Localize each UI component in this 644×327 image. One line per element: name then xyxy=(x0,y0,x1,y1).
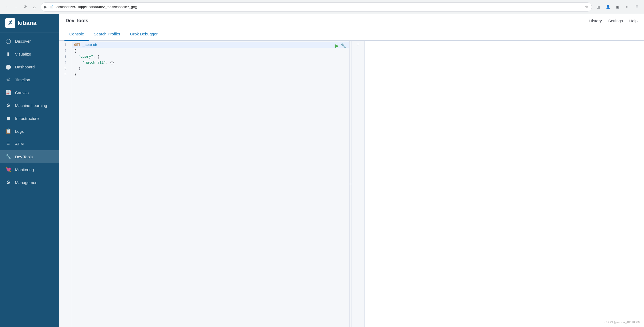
sidebar-item-label: Visualize xyxy=(15,52,31,56)
sidebar-item-label: Timelion xyxy=(15,78,30,82)
line-number-2: 2 xyxy=(59,48,72,54)
browser-chrome: ← → ⟳ ⌂ ▶ 📄 localhost:5601/app/kibana#/d… xyxy=(0,0,644,14)
output-panel: 1 xyxy=(352,41,644,327)
sidebar-item-management[interactable]: ⚙ Management xyxy=(0,176,59,189)
top-bar-left: Dev Tools xyxy=(66,18,88,24)
more-button[interactable]: ›› xyxy=(624,3,631,11)
editor-code-area[interactable]: ▶ 🔧 GET _search { "query" : { xyxy=(72,41,349,327)
sidebar: ✗ kibana ◯ Discover ▮ Visualize ⬤ Dashbo… xyxy=(0,14,59,327)
kibana-k-letter: ✗ xyxy=(8,20,13,26)
output-content xyxy=(365,41,644,327)
kibana-icon: ✗ xyxy=(5,18,15,28)
sidebar-item-monitoring[interactable]: 💘 Monitoring xyxy=(0,163,59,176)
key-match-all: "match_all" xyxy=(83,61,106,65)
sidebar-item-label: Monitoring xyxy=(15,167,34,172)
sidebar-item-label: Dev Tools xyxy=(15,155,33,159)
monitoring-icon: 💘 xyxy=(5,167,11,172)
sidebar-item-timelion[interactable]: ☠ Timelion xyxy=(0,73,59,86)
menu-button[interactable]: ☰ xyxy=(633,3,641,11)
kibana-label: kibana xyxy=(18,20,37,27)
line-number-5: 5 xyxy=(59,65,72,71)
sidebar-item-canvas[interactable]: 📈 Canvas xyxy=(0,86,59,99)
star-icon[interactable]: ☆ xyxy=(585,5,588,9)
settings-button[interactable]: Settings xyxy=(608,19,623,23)
timelion-icon: ☠ xyxy=(5,77,11,83)
tab-search-profiler[interactable]: Search Profiler xyxy=(89,28,125,41)
output-line-number-1: 1 xyxy=(352,42,364,48)
sidebar-item-visualize[interactable]: ▮ Visualize xyxy=(0,47,59,60)
extensions-button[interactable]: ▣ xyxy=(614,3,621,11)
refresh-button[interactable]: ⟳ xyxy=(21,3,29,11)
back-button[interactable]: ← xyxy=(3,3,11,11)
tabs-bar: Console Search Profiler Grok Debugger xyxy=(59,28,644,41)
code-line-6: } xyxy=(72,71,349,77)
apm-icon: ≡ xyxy=(5,141,11,147)
sidebar-item-logs[interactable]: 📋 Logs xyxy=(0,125,59,138)
sidebar-item-label: Infrastructure xyxy=(15,116,39,121)
sidebar-logo: ✗ kibana xyxy=(0,14,59,32)
address-bar[interactable]: ▶ 📄 localhost:5601/app/kibana#/dev_tools… xyxy=(41,2,592,12)
main-content: Dev Tools History Settings Help Console … xyxy=(59,14,644,327)
app: ✗ kibana ◯ Discover ▮ Visualize ⬤ Dashbo… xyxy=(0,14,644,327)
sidebar-item-label: Dashboard xyxy=(15,65,35,69)
sidebar-item-label: APM xyxy=(15,142,24,146)
help-button[interactable]: Help xyxy=(629,19,638,23)
forward-button[interactable]: → xyxy=(12,3,20,11)
security-icon: ▶ xyxy=(44,5,47,9)
colon-2: : {} xyxy=(106,61,114,65)
sidebar-item-dashboard[interactable]: ⬤ Dashboard xyxy=(0,60,59,73)
keyword-get: GET xyxy=(74,43,80,47)
sidebar-item-label: Management xyxy=(15,180,39,185)
line-number-6: 6 xyxy=(59,71,72,77)
watermark: CSDN @weixin_40618306 xyxy=(605,321,640,324)
canvas-icon: 📈 xyxy=(5,90,11,95)
devtools-content: 1 2 3 4 5 6 ▶ 🔧 GET _search xyxy=(59,41,644,327)
line-number-3: 3 xyxy=(59,54,72,60)
line-number-1: 1 xyxy=(59,42,72,48)
editor-gutter: 1 2 3 4 5 6 xyxy=(59,41,72,327)
brace-open: { xyxy=(74,49,76,53)
sidebar-item-dev-tools[interactable]: 🔧 Dev Tools xyxy=(0,150,59,163)
url-text: localhost:5601/app/kibana#/dev_tools/con… xyxy=(56,5,583,9)
sidebar-item-discover[interactable]: ◯ Discover xyxy=(0,35,59,47)
sidebar-item-apm[interactable]: ≡ APM xyxy=(0,138,59,150)
profile-button[interactable]: 👤 xyxy=(604,3,612,11)
top-bar-actions: History Settings Help xyxy=(589,19,638,23)
wrench-button[interactable]: 🔧 xyxy=(341,43,346,48)
visualize-icon: ▮ xyxy=(5,51,11,57)
line-number-4: 4 xyxy=(59,60,72,65)
page-title: Dev Tools xyxy=(66,18,88,24)
sidebar-item-label: Discover xyxy=(15,39,31,43)
page-icon: 📄 xyxy=(49,5,53,9)
logs-icon: 📋 xyxy=(5,128,11,134)
sidebar-item-label: Logs xyxy=(15,129,24,134)
sidebar-item-machine-learning[interactable]: ⚙ Machine Learning xyxy=(0,99,59,112)
reader-mode-button[interactable]: ◫ xyxy=(595,3,602,11)
tab-console[interactable]: Console xyxy=(64,28,89,41)
run-button[interactable]: ▶ xyxy=(335,42,339,49)
code-line-2: { xyxy=(72,48,349,54)
code-line-4: "match_all" : {} xyxy=(72,60,349,65)
browser-actions: ◫ 👤 ▣ ›› ☰ xyxy=(595,3,641,11)
sidebar-nav: ◯ Discover ▮ Visualize ⬤ Dashboard ☠ Tim… xyxy=(0,32,59,327)
sidebar-item-label: Machine Learning xyxy=(15,103,47,108)
browser-nav-buttons: ← → ⟳ ⌂ xyxy=(3,3,38,11)
infrastructure-icon: ◼ xyxy=(5,115,11,121)
home-button[interactable]: ⌂ xyxy=(31,3,38,11)
brace-root-close: } xyxy=(74,72,76,76)
code-line-3: "query" : { xyxy=(72,54,349,60)
management-icon: ⚙ xyxy=(5,179,11,185)
colon-1: : { xyxy=(93,55,99,59)
panel-resizer[interactable]: ⋮ xyxy=(349,41,352,327)
tab-grok-debugger[interactable]: Grok Debugger xyxy=(125,28,162,41)
discover-icon: ◯ xyxy=(5,38,11,44)
sidebar-item-infrastructure[interactable]: ◼ Infrastructure xyxy=(0,112,59,125)
code-line-5: } xyxy=(72,65,349,71)
output-gutter: 1 xyxy=(352,41,365,327)
sidebar-item-label: Canvas xyxy=(15,90,29,95)
history-button[interactable]: History xyxy=(589,19,602,23)
editor-panel: 1 2 3 4 5 6 ▶ 🔧 GET _search xyxy=(59,41,352,327)
dashboard-icon: ⬤ xyxy=(5,64,11,70)
resizer-dots: ⋮ xyxy=(349,183,352,185)
run-toolbar: ▶ 🔧 xyxy=(335,42,346,49)
